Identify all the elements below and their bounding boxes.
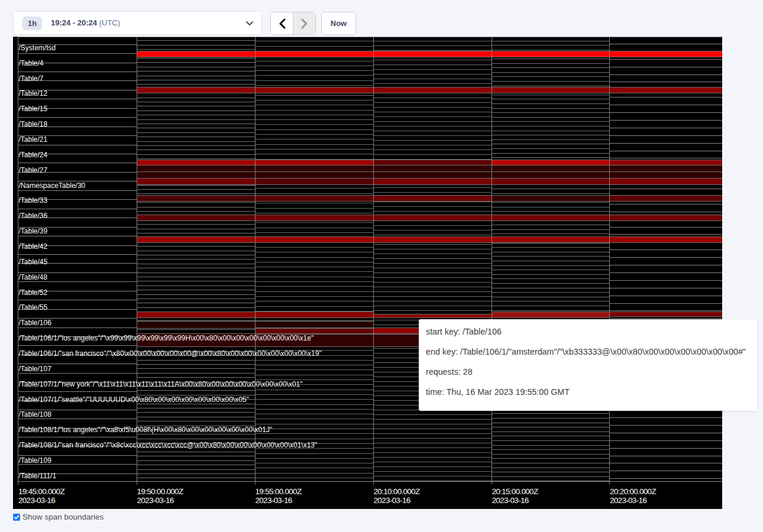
svg-text:/NamespaceTable/30: /NamespaceTable/30 <box>19 181 86 190</box>
svg-text:2023-03-16: 2023-03-16 <box>492 496 529 505</box>
svg-text:/Table/108/1/"san francisco"/": /Table/108/1/"san francisco"/"\x8c\xcc\x… <box>19 441 318 449</box>
svg-text:/Table/39: /Table/39 <box>19 227 48 235</box>
svg-text:/System/tsd: /System/tsd <box>19 44 56 52</box>
svg-text:/Table/111/1: /Table/111/1 <box>19 472 57 480</box>
svg-text:19:55:00.000Z: 19:55:00.000Z <box>256 487 302 496</box>
svg-text:2023-03-16: 2023-03-16 <box>18 496 55 505</box>
svg-text:/Table/52: /Table/52 <box>19 288 48 297</box>
svg-text:20:10:00.000Z: 20:10:00.000Z <box>374 487 420 496</box>
svg-text:/Table/106/1/"san francisco"/": /Table/106/1/"san francisco"/"\x80\x00\x… <box>19 349 322 358</box>
svg-text:2023-03-16: 2023-03-16 <box>374 496 410 505</box>
svg-text:/Table/36: /Table/36 <box>19 212 48 220</box>
svg-text:20:15:00.000Z: 20:15:00.000Z <box>492 487 538 496</box>
svg-text:/Table/109: /Table/109 <box>19 456 52 465</box>
svg-text:/Table/12: /Table/12 <box>19 89 48 98</box>
svg-text:19:45:00.000Z: 19:45:00.000Z <box>18 487 64 496</box>
svg-text:/Table/21: /Table/21 <box>19 135 48 144</box>
svg-text:/Table/27: /Table/27 <box>19 166 48 174</box>
svg-text:2023-03-16: 2023-03-16 <box>610 496 646 505</box>
svg-text:2023-03-16: 2023-03-16 <box>137 496 174 505</box>
svg-text:/Table/33: /Table/33 <box>19 196 48 205</box>
svg-text:19:50:00.000Z: 19:50:00.000Z <box>137 487 183 496</box>
svg-text:/Table/107: /Table/107 <box>19 365 52 373</box>
svg-text:/Table/107/1/"new york"/"\x11\: /Table/107/1/"new york"/"\x11\x11\x11\x1… <box>19 380 303 388</box>
svg-text:/Table/42: /Table/42 <box>19 242 48 251</box>
svg-text:/Table/48: /Table/48 <box>19 273 48 281</box>
svg-text:/Table/7: /Table/7 <box>19 74 44 83</box>
svg-text:/Table/106: /Table/106 <box>19 319 52 327</box>
svg-text:/Table/106/1/"los angeles"/"\x: /Table/106/1/"los angeles"/"\x99\x99\x99… <box>19 334 314 342</box>
svg-text:/Table/108: /Table/108 <box>19 410 52 419</box>
svg-text:/Table/18: /Table/18 <box>19 120 48 128</box>
svg-text:/Table/108/1/"los angeles"/"\x: /Table/108/1/"los angeles"/"\xa8\xf5\u00… <box>19 426 273 434</box>
svg-text:/Table/107/1/"seattle"/"UUUUUU: /Table/107/1/"seattle"/"UUUUUUD\x00\x80\… <box>19 395 249 404</box>
svg-text:20:20:00.000Z: 20:20:00.000Z <box>610 487 656 496</box>
svg-text:/Table/45: /Table/45 <box>19 258 48 266</box>
svg-text:/Table/24: /Table/24 <box>19 151 48 159</box>
svg-text:/Table/15: /Table/15 <box>19 105 48 113</box>
svg-text:/Table/55: /Table/55 <box>19 303 48 312</box>
svg-text:/Table/4: /Table/4 <box>19 59 44 67</box>
svg-text:2023-03-16: 2023-03-16 <box>256 496 292 505</box>
